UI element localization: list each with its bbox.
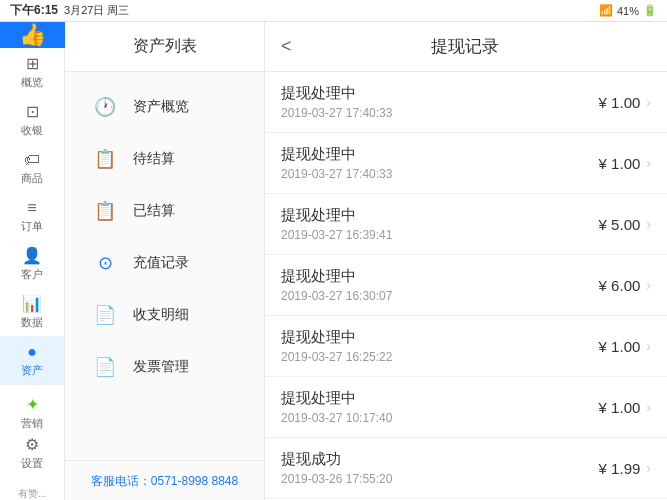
record-item[interactable]: 提现处理中 2019-03-27 10:17:40 ¥ 1.00 › [265,377,667,438]
right-panel: < 提现记录 提现处理中 2019-03-27 17:40:33 ¥ 1.00 … [265,22,667,500]
record-right-4: ¥ 1.00 › [599,338,651,355]
middle-footer: 客服电话：0571-8998 8848 [65,460,264,500]
status-time: 下午6:15 [10,2,58,19]
record-amount-1: ¥ 1.00 [599,155,641,172]
sidebar-item-marketing[interactable]: ✦ 营销 [0,393,64,433]
sidebar-label-data: 数据 [21,315,43,330]
app-logo: 👍 [0,22,65,48]
chevron-right-icon: › [646,155,651,171]
record-time-6: 2019-03-26 17:55:20 [281,472,392,486]
record-item[interactable]: 提现处理中 2019-03-27 16:25:22 ¥ 1.00 › [265,316,667,377]
chevron-right-icon: › [646,277,651,293]
record-status-3: 提现处理中 [281,267,392,286]
record-amount-6: ¥ 1.99 [599,460,641,477]
record-amount-5: ¥ 1.00 [599,399,641,416]
record-time-0: 2019-03-27 17:40:33 [281,106,392,120]
right-header: < 提现记录 [265,22,667,72]
sidebar-item-goods[interactable]: 🏷 商品 [0,144,64,192]
sidebar-item-cashier[interactable]: ⊡ 收银 [0,96,64,144]
sidebar-label-goods: 商品 [21,171,43,186]
sidebar-items: ⊞ 概览 ⊡ 收银 🏷 商品 ≡ 订单 👤 客户 📊 数据 [0,48,64,384]
sidebar-footer-text: 有赞... [18,488,46,499]
menu-item-settled[interactable]: 📋 已结算 [73,186,256,236]
battery-icon: 🔋 [643,4,657,17]
sidebar-item-order[interactable]: ≡ 订单 [0,192,64,240]
record-right-3: ¥ 6.00 › [599,277,651,294]
sidebar-label-customer: 客户 [21,267,43,282]
sidebar-bottom: ✦ 营销 ⚙ 设置 [0,384,64,481]
asset-overview-icon: 🕐 [89,91,121,123]
main-container: 👍 ⊞ 概览 ⊡ 收银 🏷 商品 ≡ 订单 👤 客户 [0,22,667,500]
menu-label-invoice: 发票管理 [133,358,189,376]
record-item[interactable]: 提现成功 2019-03-26 17:55:20 ¥ 1.99 › [265,438,667,499]
record-right-0: ¥ 1.00 › [599,94,651,111]
record-amount-3: ¥ 6.00 [599,277,641,294]
record-left-5: 提现处理中 2019-03-27 10:17:40 [281,389,392,425]
record-time-2: 2019-03-27 16:39:41 [281,228,392,242]
record-left-2: 提现处理中 2019-03-27 16:39:41 [281,206,392,242]
record-item[interactable]: 提现处理中 2019-03-27 16:30:07 ¥ 6.00 › [265,255,667,316]
pending-icon: 📋 [89,143,121,175]
middle-panel-title: 资产列表 [133,36,197,57]
menu-item-invoice[interactable]: 📄 发票管理 [73,342,256,392]
record-status-1: 提现处理中 [281,145,392,164]
asset-icon: ● [27,343,37,361]
chevron-right-icon: › [646,399,651,415]
record-amount-2: ¥ 5.00 [599,216,641,233]
record-time-1: 2019-03-27 17:40:33 [281,167,392,181]
record-left-6: 提现成功 2019-03-26 17:55:20 [281,450,392,486]
status-left: 下午6:15 3月27日 周三 [10,2,129,19]
recharge-icon: ⊙ [89,247,121,279]
order-icon: ≡ [27,199,36,217]
sidebar-item-settings[interactable]: ⚙ 设置 [0,433,64,473]
cashier-icon: ⊡ [26,102,39,121]
sidebar-item-customer[interactable]: 👤 客户 [0,240,64,288]
record-time-5: 2019-03-27 10:17:40 [281,411,392,425]
status-bar: 下午6:15 3月27日 周三 📶 41% 🔋 [0,0,667,22]
record-status-0: 提现处理中 [281,84,392,103]
settings-icon: ⚙ [25,435,39,454]
menu-item-income-expense[interactable]: 📄 收支明细 [73,290,256,340]
record-status-6: 提现成功 [281,450,392,469]
record-left-1: 提现处理中 2019-03-27 17:40:33 [281,145,392,181]
record-right-1: ¥ 1.00 › [599,155,651,172]
record-item[interactable]: 提现处理中 2019-03-27 17:40:33 ¥ 1.00 › [265,72,667,133]
menu-label-pending: 待结算 [133,150,175,168]
record-amount-4: ¥ 1.00 [599,338,641,355]
record-item[interactable]: 提现处理中 2019-03-27 17:40:33 ¥ 1.00 › [265,133,667,194]
logo-thumb-icon: 👍 [19,22,46,48]
menu-item-asset-overview[interactable]: 🕐 资产概览 [73,82,256,132]
chevron-right-icon: › [646,94,651,110]
menu-label-asset-overview: 资产概览 [133,98,189,116]
right-panel-title: 提现记录 [304,35,627,58]
chevron-right-icon: › [646,460,651,476]
record-right-6: ¥ 1.99 › [599,460,651,477]
status-right: 📶 41% 🔋 [599,4,657,17]
menu-item-recharge[interactable]: ⊙ 充值记录 [73,238,256,288]
record-status-4: 提现处理中 [281,328,392,347]
sidebar-item-overview[interactable]: ⊞ 概览 [0,48,64,96]
marketing-icon: ✦ [26,395,39,414]
record-status-5: 提现处理中 [281,389,392,408]
middle-panel: 资产列表 🕐 资产概览 📋 待结算 📋 已结算 ⊙ 充值记录 📄 收支明细 [65,22,265,500]
sidebar-label-order: 订单 [21,219,43,234]
middle-header: 资产列表 [65,22,264,72]
sidebar-item-asset[interactable]: ● 资产 [0,336,64,384]
invoice-icon: 📄 [89,351,121,383]
menu-label-recharge: 充值记录 [133,254,189,272]
sidebar-item-data[interactable]: 📊 数据 [0,288,64,336]
battery-percent: 41% [617,5,639,17]
record-time-3: 2019-03-27 16:30:07 [281,289,392,303]
sidebar-label-overview: 概览 [21,75,43,90]
record-left-0: 提现处理中 2019-03-27 17:40:33 [281,84,392,120]
data-icon: 📊 [22,294,42,313]
record-item[interactable]: 提现处理中 2019-03-27 16:39:41 ¥ 5.00 › [265,194,667,255]
chevron-right-icon: › [646,216,651,232]
back-button[interactable]: < [281,36,292,57]
sidebar-label-marketing: 营销 [21,416,43,431]
menu-item-pending[interactable]: 📋 待结算 [73,134,256,184]
settled-icon: 📋 [89,195,121,227]
wifi-icon: 📶 [599,4,613,17]
menu-label-settled: 已结算 [133,202,175,220]
sidebar-label-asset: 资产 [21,363,43,378]
